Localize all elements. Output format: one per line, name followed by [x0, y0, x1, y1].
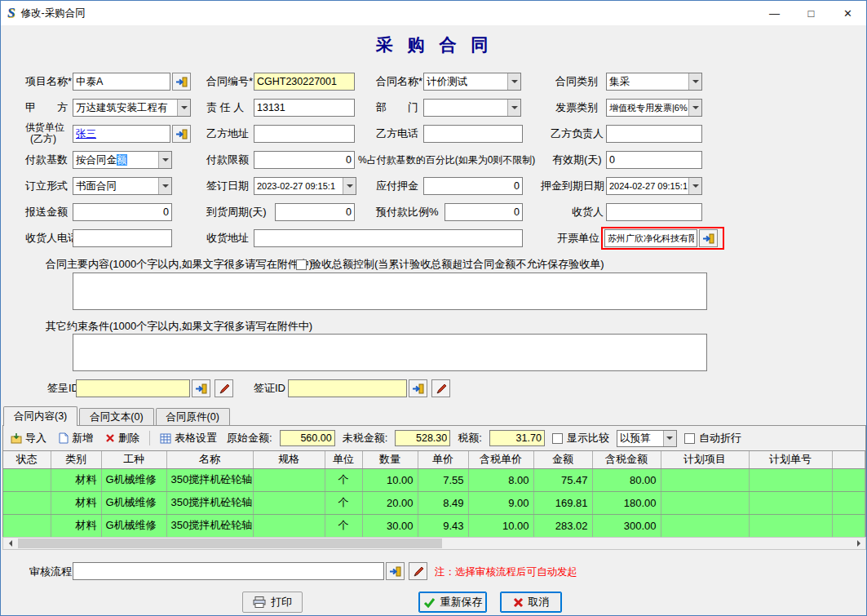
column-header-price[interactable]: 单价: [418, 451, 468, 468]
print-button[interactable]: 打印: [242, 592, 303, 613]
column-header-plan_no[interactable]: 计划单号: [749, 451, 832, 468]
grid-settings-button[interactable]: 表格设置: [157, 429, 219, 447]
party-b-phone-input[interactable]: [423, 125, 523, 143]
maximize-button[interactable]: □: [793, 1, 829, 25]
column-header-name[interactable]: 名称: [166, 451, 253, 468]
cell-spec: [253, 514, 325, 537]
chevron-down-icon[interactable]: [177, 100, 190, 116]
column-header-qty[interactable]: 数量: [362, 451, 418, 468]
acceptance-control-checkbox[interactable]: [296, 259, 307, 270]
project-name-lookup-button[interactable]: [172, 73, 191, 91]
receiver-phone-input[interactable]: [73, 229, 172, 247]
column-header-tax_price[interactable]: 含税单价: [468, 451, 533, 468]
deposit-input[interactable]: [423, 177, 523, 195]
delivery-days-input[interactable]: [275, 203, 355, 221]
approval-flow-pen-button[interactable]: [409, 562, 427, 580]
sign-id-input[interactable]: [76, 379, 190, 397]
chevron-down-icon[interactable]: [688, 73, 701, 90]
column-header-amount[interactable]: 金额: [533, 451, 592, 468]
column-header-spec[interactable]: 规格: [253, 451, 325, 468]
invoice-unit-input[interactable]: [604, 229, 697, 247]
responsible-input[interactable]: [254, 99, 355, 117]
tax-amount-input[interactable]: [489, 430, 545, 446]
scrollbar-track[interactable]: [16, 538, 852, 549]
tab-contract-original[interactable]: 合同原件(0): [156, 408, 230, 426]
untaxed-amount-input[interactable]: [395, 430, 450, 446]
scroll-right-icon[interactable]: [852, 538, 865, 549]
invoice-type-select[interactable]: 增值税专用发票|6%: [606, 99, 702, 117]
deposit-due-picker[interactable]: 2024-02-27 09:15:1: [606, 177, 702, 195]
column-header-plan_item[interactable]: 计划项目: [661, 451, 749, 468]
table-row[interactable]: 材料G机械维修350搅拌机砼轮轴个20.008.499.00169.81180.…: [3, 491, 865, 514]
column-header-status[interactable]: 状态: [3, 451, 51, 468]
visa-id-lookup-button[interactable]: [409, 379, 427, 397]
import-button[interactable]: 导入: [8, 429, 49, 447]
calendar-dropdown-icon[interactable]: [343, 178, 356, 194]
form-type-select[interactable]: 书面合同: [73, 177, 172, 195]
payment-limit-input[interactable]: [254, 151, 355, 169]
supplier-lookup-button[interactable]: [172, 125, 191, 143]
contract-name-select[interactable]: 计价测试: [423, 73, 521, 91]
receiver-input[interactable]: [606, 203, 702, 221]
column-header-unit[interactable]: 单位: [325, 451, 362, 468]
sign-id-lookup-button[interactable]: [192, 379, 210, 397]
project-name-input[interactable]: [73, 73, 170, 91]
payment-base-select[interactable]: 按合同金额: [73, 151, 172, 169]
minimize-button[interactable]: —: [756, 1, 793, 25]
party-b-manager-input[interactable]: [606, 125, 702, 143]
approval-flow-lookup-button[interactable]: [386, 562, 405, 580]
party-b-address-input[interactable]: [254, 125, 355, 143]
chevron-down-icon[interactable]: [158, 178, 171, 194]
column-header-category[interactable]: 类别: [51, 451, 101, 468]
chevron-down-icon[interactable]: [507, 100, 520, 116]
tab-contract-content[interactable]: 合同内容(3): [3, 406, 77, 426]
cell-unit: 个: [325, 468, 362, 491]
calendar-dropdown-icon[interactable]: [688, 178, 701, 194]
tab-contract-text[interactable]: 合同文本(0): [79, 408, 153, 426]
chevron-down-icon[interactable]: [688, 100, 701, 116]
party-a-select[interactable]: 万达建筑安装工程有: [73, 99, 191, 117]
other-terms-textarea[interactable]: [73, 334, 707, 371]
resave-button[interactable]: 重新保存: [418, 592, 487, 613]
invoice-unit-lookup-button[interactable]: [699, 229, 718, 247]
compare-base-select[interactable]: 以预算: [617, 430, 677, 447]
department-select[interactable]: [423, 99, 521, 117]
visa-id-input[interactable]: [288, 379, 407, 397]
receive-address-input[interactable]: [254, 229, 523, 247]
supplier-value[interactable]: 张三: [76, 128, 96, 140]
title-bar[interactable]: S 修改-采购合同 — □ ✕: [1, 1, 866, 25]
cancel-button[interactable]: 取消: [500, 592, 562, 613]
approval-flow-input[interactable]: [73, 562, 384, 580]
cell-name: 350搅拌机砼轮轴: [166, 468, 253, 491]
column-header-trade[interactable]: 工种: [101, 451, 166, 468]
cell-price: 8.49: [418, 491, 468, 514]
lookup-icon: [175, 129, 188, 140]
horizontal-scrollbar[interactable]: [2, 537, 866, 550]
valid-days-input[interactable]: [606, 151, 702, 169]
chevron-down-icon[interactable]: [663, 431, 676, 446]
supplier-input[interactable]: 张三: [73, 125, 170, 143]
auto-wrap-checkbox[interactable]: [684, 433, 695, 444]
chevron-down-icon[interactable]: [158, 152, 171, 168]
sign-id-pen-button[interactable]: [215, 379, 233, 397]
scroll-left-icon[interactable]: [3, 538, 16, 549]
report-amount-input[interactable]: [73, 203, 172, 221]
main-content-textarea[interactable]: [73, 273, 707, 310]
column-header-tax_amount[interactable]: 含税金额: [592, 451, 661, 468]
sign-date-picker[interactable]: 2023-02-27 09:15:1: [254, 177, 356, 195]
approval-flow-label: 审核流程: [29, 563, 72, 581]
table-row[interactable]: 材料G机械维修350搅拌机砼轮轴个30.009.4310.00283.02300…: [3, 514, 865, 537]
scrollbar-thumb[interactable]: [18, 538, 442, 548]
delete-button[interactable]: 删除: [103, 429, 142, 447]
table-row[interactable]: 材料G机械维修350搅拌机砼轮轴个10.007.558.0075.4780.00: [3, 468, 865, 491]
show-compare-checkbox[interactable]: [552, 433, 563, 444]
contract-category-select[interactable]: 集采: [606, 73, 702, 91]
visa-id-pen-button[interactable]: [431, 379, 450, 397]
chevron-down-icon[interactable]: [507, 73, 520, 90]
contract-no-input[interactable]: [254, 73, 355, 91]
new-button[interactable]: 新增: [56, 429, 95, 447]
original-amount-input[interactable]: [280, 430, 335, 446]
cell-status: [3, 468, 51, 491]
close-button[interactable]: ✕: [829, 1, 866, 25]
prepay-ratio-input[interactable]: [445, 203, 523, 221]
